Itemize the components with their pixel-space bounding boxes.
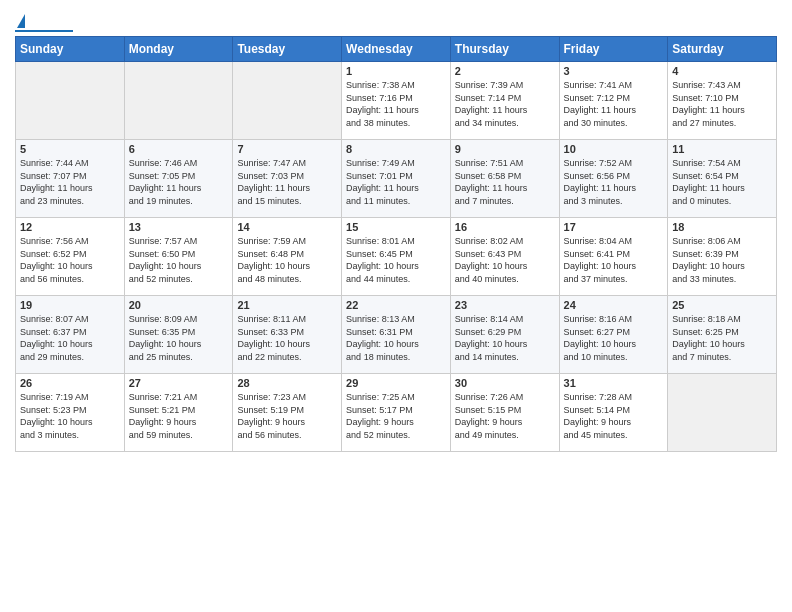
- logo-triangle-icon: [17, 14, 25, 28]
- logo: [15, 14, 73, 32]
- calendar-cell: [668, 374, 777, 452]
- calendar-cell: 22Sunrise: 8:13 AM Sunset: 6:31 PM Dayli…: [342, 296, 451, 374]
- calendar-cell: [16, 62, 125, 140]
- day-info: Sunrise: 7:41 AM Sunset: 7:12 PM Dayligh…: [564, 79, 664, 129]
- day-info: Sunrise: 7:26 AM Sunset: 5:15 PM Dayligh…: [455, 391, 555, 441]
- day-info: Sunrise: 8:02 AM Sunset: 6:43 PM Dayligh…: [455, 235, 555, 285]
- day-info: Sunrise: 7:52 AM Sunset: 6:56 PM Dayligh…: [564, 157, 664, 207]
- calendar-cell: 15Sunrise: 8:01 AM Sunset: 6:45 PM Dayli…: [342, 218, 451, 296]
- calendar-cell: 13Sunrise: 7:57 AM Sunset: 6:50 PM Dayli…: [124, 218, 233, 296]
- calendar-cell: 1Sunrise: 7:38 AM Sunset: 7:16 PM Daylig…: [342, 62, 451, 140]
- logo-divider: [15, 30, 73, 32]
- day-number: 13: [129, 221, 229, 233]
- day-info: Sunrise: 7:25 AM Sunset: 5:17 PM Dayligh…: [346, 391, 446, 441]
- day-number: 14: [237, 221, 337, 233]
- calendar-cell: [124, 62, 233, 140]
- day-number: 12: [20, 221, 120, 233]
- day-info: Sunrise: 7:44 AM Sunset: 7:07 PM Dayligh…: [20, 157, 120, 207]
- calendar-cell: 2Sunrise: 7:39 AM Sunset: 7:14 PM Daylig…: [450, 62, 559, 140]
- day-info: Sunrise: 7:56 AM Sunset: 6:52 PM Dayligh…: [20, 235, 120, 285]
- calendar-cell: 31Sunrise: 7:28 AM Sunset: 5:14 PM Dayli…: [559, 374, 668, 452]
- day-info: Sunrise: 8:18 AM Sunset: 6:25 PM Dayligh…: [672, 313, 772, 363]
- day-info: Sunrise: 8:06 AM Sunset: 6:39 PM Dayligh…: [672, 235, 772, 285]
- calendar-cell: 29Sunrise: 7:25 AM Sunset: 5:17 PM Dayli…: [342, 374, 451, 452]
- calendar-cell: 5Sunrise: 7:44 AM Sunset: 7:07 PM Daylig…: [16, 140, 125, 218]
- calendar-cell: 18Sunrise: 8:06 AM Sunset: 6:39 PM Dayli…: [668, 218, 777, 296]
- day-number: 3: [564, 65, 664, 77]
- day-info: Sunrise: 7:21 AM Sunset: 5:21 PM Dayligh…: [129, 391, 229, 441]
- day-number: 17: [564, 221, 664, 233]
- day-number: 28: [237, 377, 337, 389]
- day-info: Sunrise: 7:38 AM Sunset: 7:16 PM Dayligh…: [346, 79, 446, 129]
- day-info: Sunrise: 8:13 AM Sunset: 6:31 PM Dayligh…: [346, 313, 446, 363]
- page: SundayMondayTuesdayWednesdayThursdayFrid…: [0, 0, 792, 612]
- calendar-table: SundayMondayTuesdayWednesdayThursdayFrid…: [15, 36, 777, 452]
- calendar-cell: 12Sunrise: 7:56 AM Sunset: 6:52 PM Dayli…: [16, 218, 125, 296]
- calendar-cell: 20Sunrise: 8:09 AM Sunset: 6:35 PM Dayli…: [124, 296, 233, 374]
- day-info: Sunrise: 7:43 AM Sunset: 7:10 PM Dayligh…: [672, 79, 772, 129]
- day-number: 29: [346, 377, 446, 389]
- day-number: 19: [20, 299, 120, 311]
- day-info: Sunrise: 7:46 AM Sunset: 7:05 PM Dayligh…: [129, 157, 229, 207]
- day-number: 30: [455, 377, 555, 389]
- day-number: 26: [20, 377, 120, 389]
- day-header-wednesday: Wednesday: [342, 37, 451, 62]
- day-number: 18: [672, 221, 772, 233]
- calendar-cell: 26Sunrise: 7:19 AM Sunset: 5:23 PM Dayli…: [16, 374, 125, 452]
- day-number: 1: [346, 65, 446, 77]
- day-header-sunday: Sunday: [16, 37, 125, 62]
- calendar-cell: [233, 62, 342, 140]
- day-number: 9: [455, 143, 555, 155]
- day-number: 8: [346, 143, 446, 155]
- calendar-cell: 14Sunrise: 7:59 AM Sunset: 6:48 PM Dayli…: [233, 218, 342, 296]
- calendar-cell: 16Sunrise: 8:02 AM Sunset: 6:43 PM Dayli…: [450, 218, 559, 296]
- calendar-cell: 3Sunrise: 7:41 AM Sunset: 7:12 PM Daylig…: [559, 62, 668, 140]
- day-number: 10: [564, 143, 664, 155]
- day-number: 6: [129, 143, 229, 155]
- day-info: Sunrise: 8:14 AM Sunset: 6:29 PM Dayligh…: [455, 313, 555, 363]
- calendar-cell: 19Sunrise: 8:07 AM Sunset: 6:37 PM Dayli…: [16, 296, 125, 374]
- day-info: Sunrise: 7:54 AM Sunset: 6:54 PM Dayligh…: [672, 157, 772, 207]
- day-info: Sunrise: 7:47 AM Sunset: 7:03 PM Dayligh…: [237, 157, 337, 207]
- day-info: Sunrise: 7:49 AM Sunset: 7:01 PM Dayligh…: [346, 157, 446, 207]
- calendar-cell: 7Sunrise: 7:47 AM Sunset: 7:03 PM Daylig…: [233, 140, 342, 218]
- day-header-monday: Monday: [124, 37, 233, 62]
- day-info: Sunrise: 8:11 AM Sunset: 6:33 PM Dayligh…: [237, 313, 337, 363]
- day-number: 11: [672, 143, 772, 155]
- day-info: Sunrise: 7:39 AM Sunset: 7:14 PM Dayligh…: [455, 79, 555, 129]
- header: [15, 10, 777, 32]
- calendar-cell: 25Sunrise: 8:18 AM Sunset: 6:25 PM Dayli…: [668, 296, 777, 374]
- day-header-thursday: Thursday: [450, 37, 559, 62]
- day-number: 20: [129, 299, 229, 311]
- calendar-cell: 23Sunrise: 8:14 AM Sunset: 6:29 PM Dayli…: [450, 296, 559, 374]
- day-info: Sunrise: 8:04 AM Sunset: 6:41 PM Dayligh…: [564, 235, 664, 285]
- day-header-friday: Friday: [559, 37, 668, 62]
- calendar-cell: 30Sunrise: 7:26 AM Sunset: 5:15 PM Dayli…: [450, 374, 559, 452]
- day-info: Sunrise: 8:16 AM Sunset: 6:27 PM Dayligh…: [564, 313, 664, 363]
- day-number: 7: [237, 143, 337, 155]
- calendar-cell: 4Sunrise: 7:43 AM Sunset: 7:10 PM Daylig…: [668, 62, 777, 140]
- day-info: Sunrise: 8:09 AM Sunset: 6:35 PM Dayligh…: [129, 313, 229, 363]
- day-number: 2: [455, 65, 555, 77]
- calendar-cell: 10Sunrise: 7:52 AM Sunset: 6:56 PM Dayli…: [559, 140, 668, 218]
- day-info: Sunrise: 8:01 AM Sunset: 6:45 PM Dayligh…: [346, 235, 446, 285]
- day-number: 5: [20, 143, 120, 155]
- day-number: 31: [564, 377, 664, 389]
- calendar-cell: 17Sunrise: 8:04 AM Sunset: 6:41 PM Dayli…: [559, 218, 668, 296]
- day-number: 16: [455, 221, 555, 233]
- day-number: 21: [237, 299, 337, 311]
- day-info: Sunrise: 7:57 AM Sunset: 6:50 PM Dayligh…: [129, 235, 229, 285]
- calendar-cell: 21Sunrise: 8:11 AM Sunset: 6:33 PM Dayli…: [233, 296, 342, 374]
- day-header-saturday: Saturday: [668, 37, 777, 62]
- day-number: 24: [564, 299, 664, 311]
- calendar-cell: 6Sunrise: 7:46 AM Sunset: 7:05 PM Daylig…: [124, 140, 233, 218]
- day-info: Sunrise: 7:23 AM Sunset: 5:19 PM Dayligh…: [237, 391, 337, 441]
- day-header-tuesday: Tuesday: [233, 37, 342, 62]
- calendar-cell: 8Sunrise: 7:49 AM Sunset: 7:01 PM Daylig…: [342, 140, 451, 218]
- day-info: Sunrise: 8:07 AM Sunset: 6:37 PM Dayligh…: [20, 313, 120, 363]
- day-info: Sunrise: 7:28 AM Sunset: 5:14 PM Dayligh…: [564, 391, 664, 441]
- calendar-cell: 9Sunrise: 7:51 AM Sunset: 6:58 PM Daylig…: [450, 140, 559, 218]
- day-number: 23: [455, 299, 555, 311]
- day-number: 22: [346, 299, 446, 311]
- calendar-cell: 24Sunrise: 8:16 AM Sunset: 6:27 PM Dayli…: [559, 296, 668, 374]
